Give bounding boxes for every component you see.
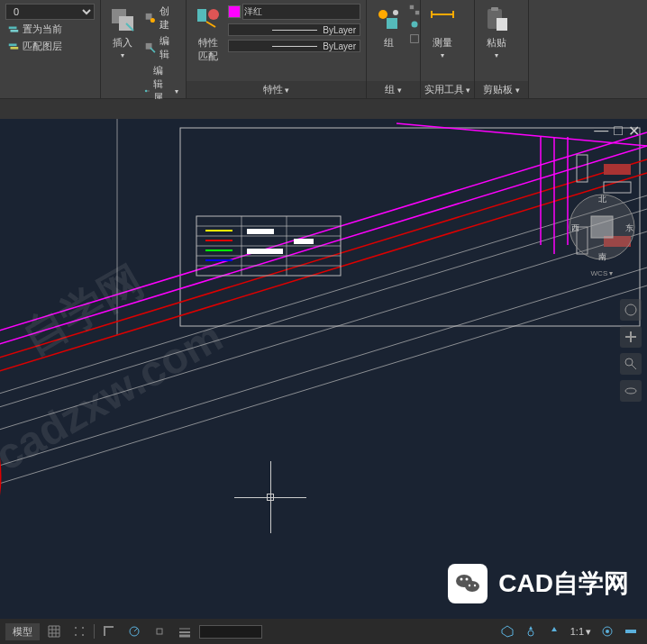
- view-cube[interactable]: 北 南 东 西 WCS ▾: [566, 191, 620, 245]
- dropdown-arrow-icon: ▾: [121, 51, 124, 59]
- svg-line-32: [0, 132, 647, 344]
- chevron-down-icon: ▾: [175, 87, 178, 95]
- measure-icon: [428, 5, 457, 34]
- create-label: 创建: [159, 5, 178, 32]
- svg-text:东: 东: [625, 223, 633, 232]
- group-tool-2[interactable]: [408, 18, 421, 31]
- layer-dropdown[interactable]: 0: [5, 4, 95, 20]
- match-props-icon: [194, 5, 223, 34]
- lineweight-select[interactable]: ByLayer: [228, 23, 360, 36]
- svg-text:南: 南: [598, 252, 606, 261]
- panel-properties: 特性 匹配 洋红 ByLayer ByLayer 特性: [187, 0, 367, 98]
- viewport-controls: — □ ✕: [594, 122, 640, 140]
- svg-line-29: [0, 231, 647, 443]
- svg-point-76: [474, 585, 476, 586]
- create-icon: [144, 12, 157, 24]
- osnap-toggle[interactable]: [149, 622, 170, 640]
- svg-point-67: [625, 304, 636, 315]
- isometric-toggle[interactable]: [497, 622, 518, 640]
- close-icon[interactable]: ✕: [628, 122, 640, 140]
- anno-visibility[interactable]: [543, 622, 565, 640]
- svg-rect-16: [415, 11, 419, 14]
- match-props-label: 特性 匹配: [198, 36, 218, 63]
- minimize-icon[interactable]: —: [594, 122, 608, 140]
- svg-rect-83: [157, 629, 162, 634]
- svg-point-73: [460, 578, 463, 581]
- clip-panel-label[interactable]: 剪贴板: [475, 81, 528, 98]
- panel-block: 插入 ▾ 创建 编辑 编辑属性 ▾ 块: [101, 0, 187, 98]
- brand-overlay: CAD自学网: [448, 564, 629, 603]
- svg-rect-18: [411, 35, 419, 43]
- panel-utilities: 测量 ▾ 实用工具: [421, 0, 475, 98]
- util-panel-label[interactable]: 实用工具: [421, 81, 474, 98]
- set-current-layer[interactable]: 置为当前: [5, 22, 95, 37]
- match-layer[interactable]: 匹配图层: [5, 39, 95, 54]
- svg-point-87: [528, 630, 533, 636]
- group-tool-1[interactable]: [408, 4, 421, 16]
- paste-icon: [482, 5, 511, 34]
- svg-line-69: [632, 365, 636, 369]
- svg-line-31: [0, 286, 647, 497]
- group-panel-label[interactable]: 组: [367, 81, 420, 98]
- file-tabs[interactable]: [0, 99, 647, 119]
- match-properties-button[interactable]: 特性 匹配: [192, 4, 224, 79]
- ribbon-toolbar: 0 置为当前 匹配图层 插入 ▾ 创: [0, 0, 647, 99]
- panel-clipboard: 粘贴 ▾ 剪贴板: [475, 0, 529, 98]
- group-button[interactable]: 组: [372, 4, 405, 79]
- set-current-label: 置为当前: [23, 23, 62, 36]
- svg-rect-13: [387, 18, 397, 29]
- edit-label: 编辑: [159, 34, 178, 61]
- linetype-select[interactable]: ByLayer: [228, 40, 360, 52]
- status-more[interactable]: [620, 622, 642, 640]
- edit-block[interactable]: 编辑: [142, 33, 180, 62]
- svg-rect-45: [247, 229, 274, 234]
- measure-label: 测量: [433, 36, 452, 50]
- create-block[interactable]: 创建: [142, 4, 180, 32]
- svg-rect-47: [294, 239, 314, 244]
- paste-label: 粘贴: [487, 36, 506, 50]
- svg-point-12: [378, 10, 387, 19]
- measure-button[interactable]: 测量 ▾: [426, 4, 459, 79]
- color-swatch[interactable]: [228, 5, 241, 18]
- navigation-bar: [620, 299, 642, 402]
- insert-label: 插入: [113, 36, 132, 50]
- snap-toggle[interactable]: [68, 622, 90, 640]
- model-tab[interactable]: 模型: [5, 623, 40, 640]
- color-select[interactable]: 洋红: [242, 4, 360, 20]
- ortho-toggle[interactable]: [98, 622, 120, 640]
- paste-button[interactable]: 粘贴 ▾: [480, 4, 513, 79]
- svg-point-78: [82, 627, 84, 629]
- lineweight-toggle[interactable]: [174, 622, 196, 640]
- pan-icon[interactable]: [620, 326, 642, 348]
- chevron-down-icon: ▾: [495, 51, 498, 59]
- polar-toggle[interactable]: [123, 622, 145, 640]
- annotation-scale[interactable]: [520, 622, 542, 640]
- insert-icon: [108, 5, 137, 34]
- drawing-canvas[interactable]: cadzxw.com 自学网 北 南 东 西 WCS ▾ — □ ✕: [0, 119, 647, 628]
- scale-display[interactable]: 1:1 ▾: [567, 624, 595, 639]
- maximize-icon[interactable]: □: [614, 122, 623, 140]
- zoom-icon[interactable]: [620, 353, 642, 375]
- nav-wheel-icon[interactable]: [620, 299, 642, 321]
- match-layer-icon: [7, 41, 20, 53]
- group-icon: [374, 5, 403, 34]
- props-panel-label[interactable]: 特性: [187, 81, 366, 98]
- panel-group: 组 组: [367, 0, 421, 98]
- brand-text: CAD自学网: [498, 567, 629, 601]
- svg-text:北: 北: [598, 195, 606, 204]
- svg-rect-15: [410, 5, 414, 9]
- command-input[interactable]: [199, 625, 262, 639]
- svg-line-36: [0, 173, 647, 385]
- svg-rect-10: [197, 9, 206, 22]
- svg-rect-0: [9, 26, 17, 29]
- svg-point-70: [625, 388, 636, 394]
- svg-text:西: 西: [571, 223, 579, 232]
- svg-line-35: [0, 159, 647, 371]
- svg-rect-46: [247, 249, 283, 254]
- grid-toggle[interactable]: [43, 622, 65, 640]
- orbit-icon[interactable]: [620, 380, 642, 402]
- status-bar: 模型 1:1 ▾: [0, 619, 647, 644]
- svg-rect-6: [146, 14, 152, 20]
- group-tool-3[interactable]: [408, 32, 421, 45]
- workspace-toggle[interactable]: [597, 622, 618, 640]
